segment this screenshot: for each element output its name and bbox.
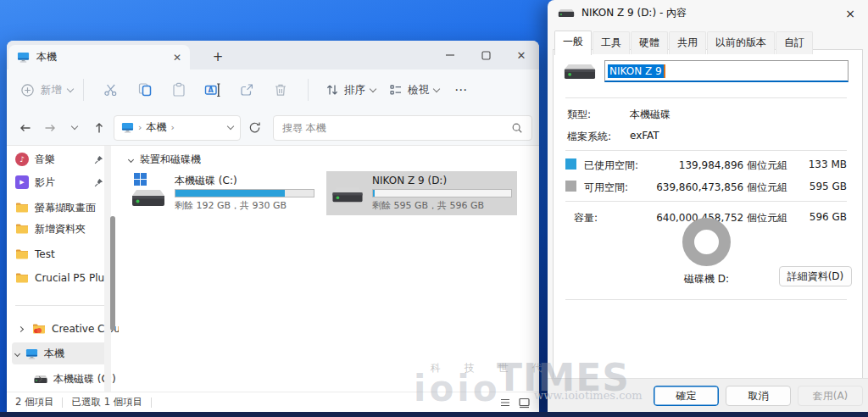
drive-tile-c[interactable]: 本機磁碟 (C:) 剩餘 192 GB，共 930 GB bbox=[125, 171, 320, 215]
breadcrumb[interactable]: › 本機 › bbox=[114, 115, 241, 141]
drive-caption: 剩餘 192 GB，共 930 GB bbox=[175, 199, 314, 212]
tab-previous-versions[interactable]: 以前的版本 bbox=[707, 31, 775, 54]
usage-donut-chart bbox=[682, 218, 731, 266]
back-button[interactable] bbox=[14, 115, 36, 141]
svg-text:A: A bbox=[209, 86, 214, 94]
details-button[interactable]: 詳細資料(D) bbox=[779, 266, 852, 286]
folder-icon bbox=[15, 272, 29, 284]
divider bbox=[308, 79, 309, 101]
cancel-button[interactable]: 取消 bbox=[726, 386, 791, 406]
explorer-tab-bar: 本機 ✕ + ✕ bbox=[7, 41, 539, 70]
new-button[interactable]: 新增 bbox=[20, 83, 73, 97]
capacity-label: 容量: bbox=[574, 211, 598, 225]
sort-button[interactable]: 排序 bbox=[326, 83, 376, 97]
tab-hardware[interactable]: 硬體 bbox=[631, 31, 668, 54]
free-space-size: 595 GB bbox=[810, 181, 847, 192]
recent-locations-button[interactable] bbox=[63, 115, 86, 141]
divider bbox=[62, 398, 63, 408]
copy-button[interactable] bbox=[128, 75, 162, 104]
maximize-button[interactable] bbox=[468, 41, 504, 70]
command-bar: 新增 A 排序 檢視 ⋯ bbox=[7, 70, 539, 110]
sidebar-item-test[interactable]: Test bbox=[12, 243, 107, 265]
new-button-label: 新增 bbox=[41, 83, 62, 97]
sidebar-item-creative-cloud[interactable]: Creative Cloud bbox=[12, 318, 107, 340]
folder-icon bbox=[15, 202, 29, 214]
ok-button[interactable]: 確定 bbox=[654, 386, 719, 406]
minimize-button[interactable] bbox=[432, 41, 468, 70]
tab-sharing[interactable]: 共用 bbox=[669, 31, 706, 54]
address-dropdown-icon[interactable] bbox=[227, 123, 234, 130]
drive-icon bbox=[564, 63, 596, 81]
drive-tile-d-nikon[interactable]: NIKON Z 9 (D:) 剩餘 595 GB，共 596 GB bbox=[326, 171, 517, 215]
sidebar-item-videos[interactable]: ▶ 影片 bbox=[12, 171, 107, 193]
section-header-devices-and-drives[interactable]: 裝置和磁碟機 bbox=[129, 153, 201, 167]
delete-button[interactable] bbox=[264, 75, 298, 104]
up-button[interactable] bbox=[87, 115, 110, 141]
dialog-footer: 確定 取消 套用(A) bbox=[548, 378, 868, 412]
capacity-bar-fill bbox=[373, 190, 375, 197]
sidebar-item-this-pc[interactable]: 本機 bbox=[12, 342, 107, 364]
tab-close-icon[interactable]: ✕ bbox=[173, 52, 181, 64]
general-tab-page: NIKON Z 9 類型: 本機磁碟 檔案系統: exFAT 已使用空間: 13… bbox=[553, 49, 863, 379]
breadcrumb-this-pc[interactable]: 本機 bbox=[146, 120, 166, 135]
details-view-button[interactable] bbox=[499, 397, 511, 409]
drive-name: NIKON Z 9 (D:) bbox=[372, 175, 512, 186]
drive-icon bbox=[331, 175, 365, 212]
selected-count: 已選取 1 個項目 bbox=[71, 396, 142, 409]
search-icon bbox=[511, 122, 523, 134]
folder-icon bbox=[15, 248, 29, 260]
this-pc-icon bbox=[121, 121, 134, 134]
file-explorer-window: 本機 ✕ + ✕ 新增 A bbox=[7, 41, 539, 412]
chevron-down-icon bbox=[67, 85, 74, 92]
type-label: 類型: bbox=[567, 108, 591, 122]
folder-icon bbox=[15, 223, 29, 235]
file-list-area: 裝置和磁碟機 本機磁碟 (C:) 剩餘 192 GB，共 930 GB bbox=[119, 146, 539, 392]
system-drive-icon bbox=[131, 175, 168, 212]
used-space-swatch bbox=[565, 158, 576, 170]
used-space-size: 133 MB bbox=[809, 158, 847, 170]
free-space-bytes: 639,860,473,856 個位元組 bbox=[656, 181, 787, 195]
chevron-right-icon[interactable] bbox=[18, 325, 24, 331]
share-button[interactable] bbox=[230, 75, 264, 104]
forward-button[interactable] bbox=[38, 115, 61, 141]
window-controls: ✕ bbox=[432, 41, 539, 70]
drive-name-input[interactable]: NIKON Z 9 bbox=[604, 60, 849, 82]
capacity-bar-fill bbox=[175, 190, 285, 197]
view-button[interactable]: 檢視 bbox=[389, 83, 439, 97]
selected-text: NIKON Z 9 bbox=[608, 64, 664, 78]
chevron-down-icon[interactable] bbox=[14, 350, 20, 356]
filesystem-value: exFAT bbox=[630, 130, 659, 142]
chevron-down-icon bbox=[370, 85, 376, 92]
tab-general[interactable]: 一般 bbox=[554, 31, 592, 55]
more-options-button[interactable]: ⋯ bbox=[454, 82, 469, 97]
apply-button[interactable]: 套用(A) bbox=[798, 386, 863, 406]
divider bbox=[151, 398, 152, 408]
capacity-bar bbox=[372, 189, 512, 197]
dialog-tab-strip: 一般 工具 硬體 共用 以前的版本 自訂 bbox=[554, 31, 814, 54]
dialog-close-button[interactable]: × bbox=[841, 4, 860, 23]
breadcrumb-separator: › bbox=[138, 122, 142, 133]
tab-tools[interactable]: 工具 bbox=[593, 31, 630, 54]
filesystem-label: 檔案系統: bbox=[567, 130, 611, 144]
cut-button[interactable] bbox=[94, 75, 128, 104]
breadcrumb-separator: › bbox=[170, 122, 174, 133]
new-tab-button[interactable]: + bbox=[209, 47, 227, 66]
chevron-down-icon bbox=[70, 123, 77, 130]
explorer-tab[interactable]: 本機 ✕ bbox=[8, 45, 190, 70]
sort-label: 排序 bbox=[344, 83, 365, 97]
large-icons-view-button[interactable] bbox=[518, 397, 531, 409]
close-button[interactable]: ✕ bbox=[504, 41, 539, 70]
sidebar-item-local-disk-c[interactable]: 本機磁碟 (C:) bbox=[12, 368, 107, 390]
sidebar-divider bbox=[15, 305, 105, 306]
search-input[interactable] bbox=[282, 122, 511, 134]
sidebar-item-new-folder[interactable]: 新增資料夾 bbox=[12, 218, 107, 240]
sidebar-scrollbar-thumb[interactable] bbox=[110, 216, 115, 331]
sidebar-item-screenshots[interactable]: 螢幕擷取畫面 bbox=[12, 197, 107, 219]
refresh-button[interactable] bbox=[242, 115, 266, 141]
tab-customize[interactable]: 自訂 bbox=[776, 31, 813, 54]
sidebar-item-music[interactable]: ♪ 音樂 bbox=[12, 148, 107, 170]
paste-button[interactable] bbox=[162, 75, 196, 104]
sidebar-item-crucial-p5-plus[interactable]: Crucial P5 Plus bbox=[12, 267, 107, 289]
rename-button[interactable]: A bbox=[196, 75, 230, 104]
search-box[interactable] bbox=[273, 115, 532, 141]
